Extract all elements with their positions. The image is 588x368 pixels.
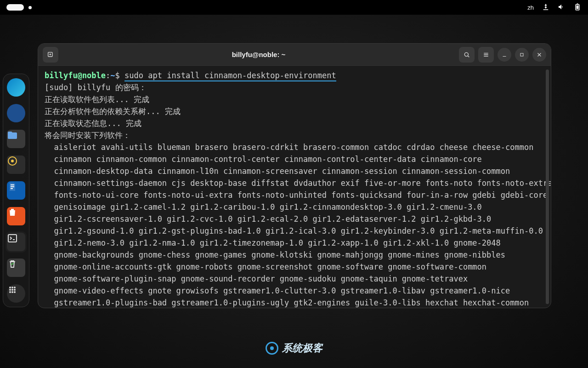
rhythmbox-icon[interactable] (6, 154, 27, 175)
line-read-pkgs: 正在读取软件包列表... 完成 (45, 95, 149, 104)
prompt-dollar: $ (115, 71, 120, 80)
topbar: zh (0, 0, 588, 15)
line-read-state: 正在读取状态信息... 完成 (45, 119, 141, 128)
battery-icon[interactable] (573, 3, 582, 12)
prompt-path: ~ (110, 71, 115, 80)
watermark-text: 系统极客 (282, 341, 322, 355)
line-dep-tree: 正在分析软件包的依赖关系树... 完成 (45, 107, 181, 116)
svg-point-9 (9, 291, 11, 293)
window-title: billyfu@noble: ~ (232, 51, 286, 58)
watermark-icon (266, 342, 278, 355)
pkg-line: gstreamer1.0-plugins-bad gstreamer1.0-pl… (45, 297, 544, 308)
svg-point-1 (11, 160, 14, 162)
pkg-line: cinnamon-desktop-data cinnamon-l10n cinn… (45, 165, 544, 177)
svg-point-8 (14, 289, 16, 291)
maximize-button[interactable] (515, 48, 529, 62)
pkg-line: gnome-backgrounds gnome-chess gnome-game… (45, 249, 544, 261)
prompt-user: billyfu@noble (45, 71, 106, 80)
pkg-line: gir1.2-gsound-1.0 gir1.2-gst-plugins-bad… (45, 225, 544, 237)
pkg-line: gnome-software-plugin-snap gnome-sound-r… (45, 273, 544, 285)
pkg-line: gir1.2-cscreensaver-1.0 gir1.2-cvc-1.0 g… (45, 213, 544, 225)
watermark: 系统极客 (266, 341, 322, 355)
titlebar: billyfu@noble: ~ (38, 44, 551, 66)
activities-pill[interactable] (6, 4, 24, 11)
topbar-right: zh (527, 3, 582, 12)
minimize-button[interactable] (498, 48, 511, 62)
svg-point-7 (11, 289, 13, 291)
dock (3, 74, 29, 307)
close-button[interactable] (532, 48, 546, 62)
pkg-line: gnome-online-accounts-gtk gnome-robots g… (45, 261, 544, 273)
network-icon[interactable] (542, 3, 549, 12)
pkg-line: fonts-noto-ui-core fonts-noto-ui-extra f… (45, 189, 544, 201)
software-store-icon[interactable] (6, 206, 27, 227)
search-button[interactable] (459, 47, 475, 63)
pkg-line: gnome-video-effects gnote growisofs gstr… (45, 285, 544, 297)
files-icon[interactable] (6, 128, 27, 150)
terminal-icon[interactable] (6, 231, 27, 253)
pkg-line: aisleriot avahi-utils blueman brasero br… (45, 141, 544, 153)
scrollbar[interactable] (546, 69, 549, 304)
terminal-body[interactable]: billyfu@noble:~$ sudo apt install cinnam… (38, 66, 551, 308)
input-method-indicator[interactable]: zh (527, 4, 534, 11)
workspace-dot[interactable] (28, 6, 32, 9)
topbar-left (6, 4, 32, 11)
pkg-line: gir1.2-nemo-3.0 gir1.2-nma-1.0 gir1.2-ti… (45, 237, 544, 249)
line-sudo-prompt: [sudo] billyfu 的密码： (45, 83, 147, 92)
svg-point-5 (14, 287, 16, 288)
svg-point-3 (9, 287, 11, 288)
app-grid-icon[interactable] (6, 283, 27, 304)
thunderbird-icon[interactable] (6, 103, 27, 124)
volume-icon[interactable] (558, 3, 565, 12)
svg-point-13 (464, 52, 468, 56)
svg-rect-2 (8, 235, 17, 242)
hamburger-menu-button[interactable] (478, 47, 494, 63)
pkg-line: cinnamon cinnamon-common cinnamon-contro… (45, 153, 544, 165)
edge-browser-icon[interactable] (6, 77, 27, 98)
pkg-line: genisoimage gir1.2-camel-1.2 gir1.2-cari… (45, 201, 544, 213)
line-will-install: 将会同时安装下列软件： (45, 131, 130, 140)
terminal-window: billyfu@noble: ~ billyfu@noble:~$ sudo a… (38, 43, 551, 308)
svg-point-4 (11, 287, 13, 288)
svg-point-11 (14, 291, 16, 293)
pkg-line: cinnamon-settings-daemon cjs desktop-bas… (45, 177, 544, 189)
prompt-sep: : (106, 71, 110, 80)
libreoffice-writer-icon[interactable] (6, 180, 27, 201)
typed-command: sudo apt install cinnamon-desktop-enviro… (124, 71, 336, 81)
svg-rect-14 (520, 53, 523, 56)
new-tab-button[interactable] (43, 47, 58, 63)
svg-point-6 (9, 289, 11, 291)
svg-point-10 (11, 291, 13, 293)
trash-icon[interactable] (6, 257, 27, 278)
